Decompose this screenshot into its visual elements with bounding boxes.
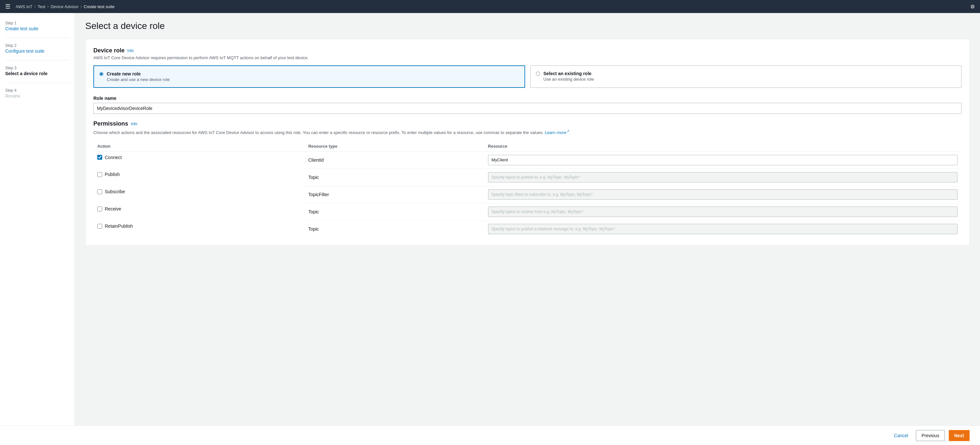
step-1-label: Step 1 [5,21,69,25]
select-existing-role-title: Select an existing role [543,71,594,76]
breadcrumb-aws-iot[interactable]: AWS IoT [16,4,33,9]
step-4-label: Step 4 [5,88,69,93]
sidebar-step-2: Step 2 Configure test suite [5,43,69,54]
permissions-description: Choose which actions and the associated … [93,129,961,136]
perm-resource-type-receive: Topic [308,209,319,215]
perm-action-connect: Connect [105,155,122,160]
device-role-section-title: Device role Info [93,47,961,54]
device-role-card: Device role Info AWS IoT Core Device Adv… [85,39,970,246]
role-name-label: Role name [93,95,961,101]
perm-action-retainpublish: RetainPublish [105,224,133,229]
perm-resource-type-retainpublish: Topic [308,226,319,232]
perm-resource-type-publish: Topic [308,175,319,180]
footer-bar: Cancel Previous Next [0,426,980,445]
divider-3 [5,83,69,83]
perm-action-subscribe: Subscribe [105,189,125,194]
perm-checkbox-retainpublish[interactable] [97,224,102,229]
perm-resource-input-retainpublish[interactable] [488,224,958,234]
step-3-label: Step 3 [5,66,69,70]
page-title: Select a device role [85,21,970,31]
col-header-resource-type: Resource type [304,141,484,152]
perm-checkbox-publish[interactable] [97,172,102,177]
permissions-title: Permissions Info [93,120,961,127]
breadcrumb-device-advisor[interactable]: Device Advisor [51,4,78,9]
device-role-title-text: Device role [93,47,125,54]
sidebar-item-create-test-suite[interactable]: Create test suite [5,26,38,31]
breadcrumb: AWS IoT › Test › Device Advisor › Create… [16,4,115,9]
perm-action-receive: Receive [105,206,121,211]
sidebar-item-review: Review [5,93,20,99]
role-name-input[interactable] [93,103,961,114]
breadcrumb-sep-2: › [47,4,48,9]
breadcrumb-current: Create test suite [84,4,115,9]
perm-resource-type-connect: ClientId [308,157,323,163]
create-new-role-option[interactable]: Create new role Create and use a new dev… [93,65,525,88]
sidebar-step-4: Step 4 Review [5,88,69,99]
permissions-title-text: Permissions [93,120,128,127]
perm-checkbox-connect[interactable] [97,155,102,160]
table-row: ConnectClientId [93,151,961,168]
create-new-role-title: Create new role [107,71,170,76]
role-name-group: Role name [93,95,961,114]
top-nav: ☰ AWS IoT › Test › Device Advisor › Crea… [0,0,980,13]
device-role-description: AWS IoT Core Device Advisor requires per… [93,55,961,60]
perm-resource-input-publish[interactable] [488,172,958,183]
main-content: Select a device role Device role Info AW… [75,13,980,445]
select-existing-role-text: Select an existing role Use an existing … [543,71,594,82]
role-options: Create new role Create and use a new dev… [93,65,961,88]
select-existing-role-desc: Use an existing device role [543,77,594,82]
app-layout: Step 1 Create test suite Step 2 Configur… [0,13,980,445]
create-new-role-text: Create new role Create and use a new dev… [107,71,170,82]
perm-resource-input-receive[interactable] [488,207,958,217]
perm-checkbox-receive[interactable] [97,207,102,211]
create-new-role-desc: Create and use a new device role [107,77,170,82]
breadcrumb-sep-3: › [80,4,82,9]
permissions-info-button[interactable]: Info [131,122,137,126]
table-row: RetainPublishTopic [93,220,961,237]
breadcrumb-test[interactable]: Test [38,4,46,9]
content-spacer [85,253,970,280]
permissions-table: Action Resource type Resource ConnectCli… [93,141,961,237]
table-row: ReceiveTopic [93,203,961,220]
next-button[interactable]: Next [949,430,970,441]
breadcrumb-sep-1: › [35,4,36,9]
select-existing-role-option[interactable]: Select an existing role Use an existing … [530,65,961,88]
perm-resource-type-subscribe: TopicFilter [308,192,329,197]
sidebar-item-configure-test-suite[interactable]: Configure test suite [5,48,45,54]
table-row: PublishTopic [93,168,961,186]
sidebar-step-1: Step 1 Create test suite [5,21,69,31]
divider-1 [5,38,69,38]
sidebar: Step 1 Create test suite Step 2 Configur… [0,13,75,445]
hamburger-icon[interactable]: ☰ [5,3,10,10]
previous-button[interactable]: Previous [916,430,945,441]
divider-2 [5,60,69,60]
step-2-label: Step 2 [5,43,69,48]
device-role-info-button[interactable]: Info [127,48,134,53]
permissions-table-body: ConnectClientIdPublishTopicSubscribeTopi… [93,151,961,237]
learn-more-link[interactable]: Learn more↗ [545,130,569,135]
col-header-resource: Resource [484,141,961,152]
cancel-button[interactable]: Cancel [890,431,912,440]
perm-resource-input-connect[interactable] [488,155,958,165]
external-link-icon: ↗ [566,129,570,133]
perm-resource-input-subscribe[interactable] [488,189,958,200]
permissions-section: Permissions Info Choose which actions an… [93,120,961,237]
perm-checkbox-subscribe[interactable] [97,189,102,194]
col-header-action: Action [93,141,304,152]
permissions-table-header: Action Resource type Resource [93,141,961,152]
table-row: SubscribeTopicFilter [93,186,961,203]
create-new-role-radio[interactable] [99,72,103,76]
sidebar-item-select-device-role: Select a device role [5,71,48,76]
perm-action-publish: Publish [105,172,120,177]
select-existing-role-radio[interactable] [536,72,540,76]
settings-icon[interactable]: ⚙ [970,3,975,10]
sidebar-step-3: Step 3 Select a device role [5,66,69,76]
